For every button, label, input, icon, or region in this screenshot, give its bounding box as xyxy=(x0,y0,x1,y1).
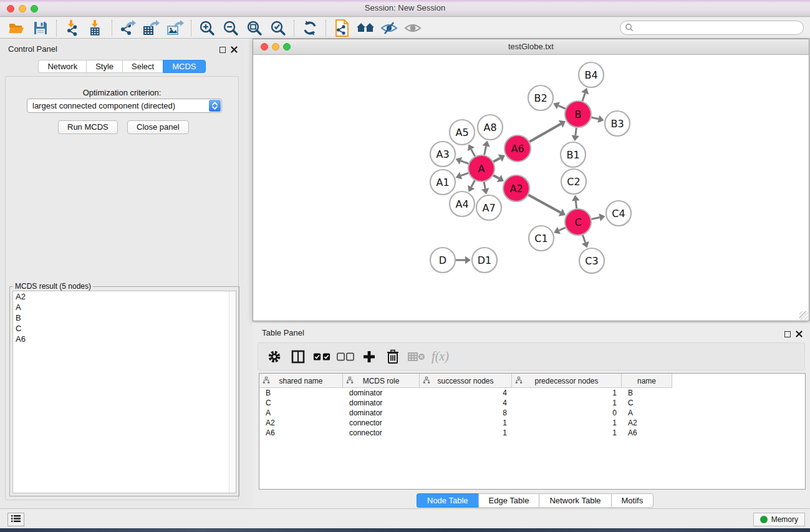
edge-A2-C[interactable] xyxy=(528,195,565,216)
optimization-criterion-dropdown[interactable]: largest connected component (directed) xyxy=(27,99,222,113)
edge-A-A6[interactable] xyxy=(493,154,505,162)
column-header-MCDS-role[interactable]: MCDS role xyxy=(343,374,420,388)
zoom-window-button[interactable] xyxy=(31,5,38,12)
import-table-icon[interactable] xyxy=(84,19,108,37)
close-window-button[interactable] xyxy=(7,5,14,12)
edge-C-C3[interactable] xyxy=(582,235,589,248)
node-A1[interactable]: A1 xyxy=(430,170,455,195)
mcds-result-item[interactable]: A xyxy=(13,302,236,312)
node-A7[interactable]: A7 xyxy=(476,195,501,220)
edge-B-B2[interactable] xyxy=(553,102,566,110)
table-row[interactable]: A2connector11A2 xyxy=(259,418,805,428)
zoom-in-icon[interactable] xyxy=(195,19,219,37)
node-C1[interactable]: C1 xyxy=(529,226,554,251)
tab-style[interactable]: Style xyxy=(86,60,122,73)
task-history-button[interactable] xyxy=(7,513,24,526)
close-panel-button[interactable]: Close panel xyxy=(127,120,189,134)
float-panel-icon[interactable] xyxy=(219,44,226,56)
node-A2[interactable]: A2 xyxy=(503,175,529,201)
export-network-icon[interactable] xyxy=(116,19,140,37)
open-folder-icon[interactable] xyxy=(5,19,29,37)
column-header-name[interactable]: name xyxy=(622,374,672,388)
edge-C-C4[interactable] xyxy=(592,213,605,221)
mcds-result-item[interactable]: A2 xyxy=(13,291,236,302)
mcds-result-item[interactable]: A6 xyxy=(13,334,236,344)
network-canvas[interactable]: B4B2BB3A8A5A6A3B1AA1C2A2A4A7C4CC1C3DD1 xyxy=(254,55,808,320)
mcds-result-item[interactable]: C xyxy=(13,323,236,334)
mcds-result-item[interactable]: B xyxy=(13,312,236,323)
node-B[interactable]: B xyxy=(565,101,591,127)
node-A5[interactable]: A5 xyxy=(450,120,475,145)
edge-A-A5[interactable] xyxy=(468,144,475,156)
select-all-rows-icon[interactable] xyxy=(313,348,330,365)
tab-select[interactable]: Select xyxy=(122,60,163,73)
node-D[interactable]: D xyxy=(430,248,455,273)
zoom-selected-icon[interactable] xyxy=(266,19,290,37)
show-all-icon[interactable] xyxy=(401,19,425,37)
refresh-icon[interactable] xyxy=(298,19,322,37)
network-zoom-button[interactable] xyxy=(283,43,291,51)
edge-D-D1[interactable] xyxy=(456,256,471,264)
open-session-file-icon[interactable] xyxy=(330,19,354,37)
node-A6[interactable]: A6 xyxy=(504,135,531,162)
column-header-shared-name[interactable]: shared name xyxy=(259,374,343,388)
edge-A-A3[interactable] xyxy=(456,157,469,165)
node-C[interactable]: C xyxy=(565,209,591,235)
table-settings-gear-icon[interactable] xyxy=(266,348,283,365)
close-panel-icon[interactable] xyxy=(231,44,238,56)
table-row[interactable]: Adominator80A xyxy=(259,408,805,418)
edge-C-C2[interactable] xyxy=(572,195,580,208)
edge-B-B4[interactable] xyxy=(581,88,589,101)
export-table-icon[interactable] xyxy=(140,19,163,37)
edge-C-C1[interactable] xyxy=(554,227,566,235)
table-row[interactable]: A6connector11A6 xyxy=(259,428,805,438)
export-image-icon[interactable] xyxy=(163,19,187,37)
network-close-button[interactable] xyxy=(261,43,268,51)
table-row[interactable]: Cdominator41C xyxy=(259,398,805,408)
edge-A-A4[interactable] xyxy=(468,180,475,191)
minimize-window-button[interactable] xyxy=(19,5,26,12)
network-minimize-button[interactable] xyxy=(272,43,279,51)
search-input[interactable] xyxy=(620,21,804,35)
node-A4[interactable]: A4 xyxy=(450,191,475,216)
memory-button[interactable]: Memory xyxy=(753,513,805,526)
node-B2[interactable]: B2 xyxy=(528,85,553,110)
node-D1[interactable]: D1 xyxy=(472,248,497,273)
hide-selected-icon[interactable] xyxy=(377,19,401,37)
window-resize-grip[interactable] xyxy=(799,311,808,320)
mcds-list-scrollbar[interactable] xyxy=(229,291,236,493)
zoom-fit-icon[interactable] xyxy=(243,19,266,37)
mcds-result-list[interactable]: A2ABCA6 xyxy=(12,291,236,493)
tab-node-table[interactable]: Node Table xyxy=(417,493,478,508)
table-row[interactable]: Bdominator41B xyxy=(259,388,805,398)
tab-network-table[interactable]: Network Table xyxy=(539,493,610,508)
float-table-panel-icon[interactable] xyxy=(784,329,791,340)
home-network-icon[interactable] xyxy=(354,19,377,37)
tab-mcds[interactable]: MCDS xyxy=(163,60,205,73)
close-table-panel-icon[interactable] xyxy=(796,329,803,340)
node-table[interactable]: shared name MCDS role successor nodes pr… xyxy=(259,373,806,490)
tab-network[interactable]: Network xyxy=(38,60,86,73)
zoom-out-icon[interactable] xyxy=(219,19,243,37)
edge-A-A2[interactable] xyxy=(493,175,504,182)
delete-row-icon[interactable] xyxy=(384,348,402,365)
edge-B-B1[interactable] xyxy=(572,128,580,141)
add-row-icon[interactable] xyxy=(360,348,378,365)
tab-edge-table[interactable]: Edge Table xyxy=(478,493,539,508)
node-A3[interactable]: A3 xyxy=(430,142,455,167)
edge-A-A1[interactable] xyxy=(456,172,469,180)
edge-A-A8[interactable] xyxy=(482,141,489,155)
column-header-predecessor-nodes[interactable]: predecessor nodes xyxy=(512,374,622,388)
node-C2[interactable]: C2 xyxy=(561,169,586,194)
save-session-icon[interactable] xyxy=(29,19,52,37)
network-window-titlebar[interactable]: testGlobe.txt xyxy=(253,39,809,55)
run-mcds-button[interactable]: Run MCDS xyxy=(58,120,118,134)
node-C3[interactable]: C3 xyxy=(579,248,604,273)
import-network-icon[interactable] xyxy=(60,19,84,37)
node-A8[interactable]: A8 xyxy=(478,115,503,140)
show-columns-icon[interactable] xyxy=(289,348,307,365)
node-B3[interactable]: B3 xyxy=(605,111,630,136)
edge-B-B3[interactable] xyxy=(591,115,604,123)
edge-A6-B[interactable] xyxy=(529,120,566,142)
node-C4[interactable]: C4 xyxy=(606,201,631,226)
